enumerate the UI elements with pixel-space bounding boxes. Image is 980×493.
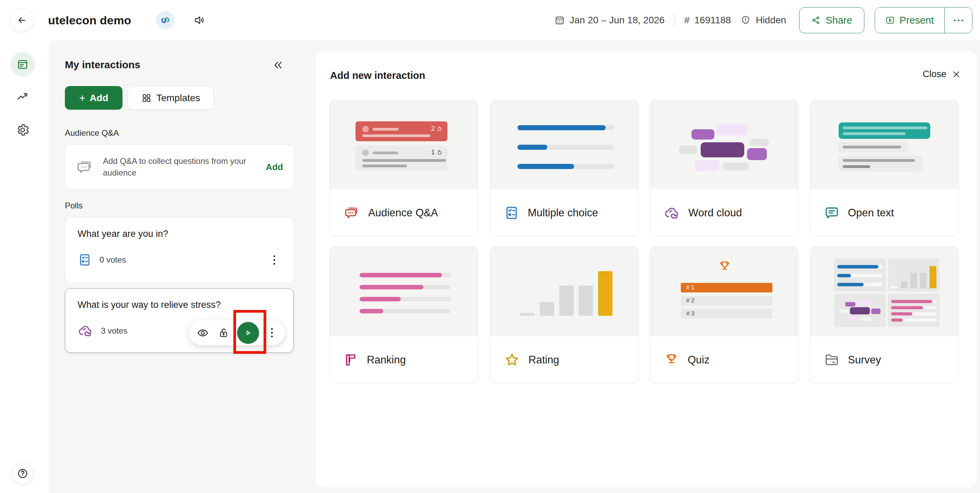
eye-icon bbox=[197, 327, 209, 339]
interaction-card-rating[interactable]: Rating bbox=[490, 247, 639, 383]
interactions-icon bbox=[16, 58, 29, 71]
qa-add-link[interactable]: Add bbox=[266, 162, 283, 173]
interaction-card-quiz[interactable]: # 1 # 2 # 3 Quiz bbox=[649, 247, 799, 383]
sidebar-item-settings[interactable] bbox=[16, 123, 30, 137]
unlock-icon bbox=[218, 327, 229, 339]
interaction-card-survey[interactable]: Survey bbox=[810, 247, 959, 383]
multiple-choice-icon bbox=[504, 205, 520, 221]
interaction-card-audience-qa[interactable]: 2 1 bbox=[329, 100, 478, 236]
interaction-card-word-cloud[interactable]: Word cloud bbox=[649, 100, 799, 236]
quiz-thumbnail: # 1 # 2 # 3 bbox=[650, 247, 798, 336]
hash-icon: # bbox=[684, 15, 690, 26]
present-button-group: Present bbox=[875, 7, 972, 33]
sidebar-item-interactions[interactable] bbox=[10, 52, 35, 77]
chat-bubbles-icon bbox=[75, 158, 94, 176]
sidebar-item-results[interactable] bbox=[16, 90, 29, 103]
help-icon bbox=[17, 468, 29, 479]
card-label: Ranking bbox=[367, 354, 406, 366]
card-label: Open text bbox=[848, 207, 894, 219]
webex-logo-icon bbox=[156, 11, 175, 30]
templates-grid-icon bbox=[142, 93, 152, 103]
open-text-icon bbox=[824, 205, 840, 221]
poll-hover-toolbar bbox=[189, 320, 285, 345]
poll-votes: 0 votes bbox=[100, 255, 126, 265]
interaction-card-multiple-choice[interactable]: Multiple choice bbox=[490, 100, 639, 236]
open-text-thumbnail bbox=[810, 100, 958, 189]
ranking-icon bbox=[344, 352, 359, 368]
qa-section-label: Audience Q&A bbox=[65, 128, 119, 138]
date-range: Jan 20 – Jun 18, 2026 bbox=[555, 15, 665, 26]
calendar-icon bbox=[555, 15, 565, 25]
topbar-right-group: Jan 20 – Jun 18, 2026 # 1691188 Hidden S… bbox=[555, 7, 972, 33]
trophy-icon bbox=[718, 260, 732, 274]
multiple-choice-icon bbox=[78, 253, 92, 267]
card-label: Survey bbox=[848, 354, 881, 366]
megaphone-icon[interactable] bbox=[194, 14, 205, 26]
close-icon bbox=[952, 70, 961, 79]
app-root: utelecon demo Jan 20 – Jun 18, 2026 # bbox=[0, 0, 980, 493]
poll-votes: 3 votes bbox=[101, 326, 127, 336]
add-interaction-panel: Add new interaction Close 2 bbox=[316, 51, 977, 487]
rating-thumbnail bbox=[490, 247, 638, 336]
poll-toolbar-menu-button[interactable] bbox=[265, 325, 278, 341]
audience-qa-icon bbox=[344, 204, 360, 221]
visibility-status: Hidden bbox=[740, 15, 786, 26]
interaction-card-ranking[interactable]: Ranking bbox=[329, 247, 478, 383]
rating-star-icon bbox=[504, 352, 520, 368]
divider bbox=[674, 12, 675, 29]
close-panel-button[interactable]: Close bbox=[923, 69, 961, 79]
share-nodes-icon bbox=[811, 16, 821, 25]
session-code: # 1691188 bbox=[684, 15, 731, 26]
audience-qa-thumbnail: 2 1 bbox=[330, 100, 478, 189]
back-button[interactable] bbox=[10, 9, 33, 32]
shield-alert-icon bbox=[740, 15, 751, 25]
help-button[interactable] bbox=[12, 463, 33, 484]
poll-play-button[interactable] bbox=[237, 322, 259, 344]
poll-card-relieve-stress[interactable]: What is your way to relieve stress? 3 vo… bbox=[65, 289, 294, 353]
poll-title: What is your way to relieve stress? bbox=[78, 300, 281, 310]
plus-icon: + bbox=[79, 93, 86, 103]
word-cloud-icon bbox=[663, 204, 680, 221]
word-cloud-icon bbox=[78, 323, 93, 339]
workspace-panel: My interactions + Add Templates Audience… bbox=[49, 40, 980, 493]
page-title: utelecon demo bbox=[48, 14, 131, 27]
card-label: Rating bbox=[528, 354, 559, 366]
top-bar: utelecon demo Jan 20 – Jun 18, 2026 # bbox=[0, 0, 980, 40]
qa-prompt-text: Add Q&A to collect questions from your a… bbox=[103, 155, 247, 179]
survey-folder-icon bbox=[824, 352, 840, 368]
poll-card-what-year[interactable]: What year are you in? 0 votes bbox=[65, 217, 294, 283]
play-icon bbox=[243, 328, 253, 338]
interactions-heading: My interactions bbox=[65, 59, 140, 71]
card-label: Multiple choice bbox=[528, 207, 598, 219]
gear-icon bbox=[16, 123, 30, 137]
quiz-trophy-icon bbox=[663, 352, 679, 368]
poll-menu-button[interactable] bbox=[267, 252, 281, 268]
poll-title: What year are you in? bbox=[78, 229, 281, 239]
survey-thumbnail bbox=[810, 247, 958, 336]
present-button[interactable]: Present bbox=[875, 8, 944, 33]
share-button[interactable]: Share bbox=[799, 7, 864, 33]
thumbs-up-icon bbox=[437, 126, 443, 132]
card-label: Audience Q&A bbox=[368, 207, 438, 219]
multiple-choice-thumbnail bbox=[490, 100, 638, 189]
panel-heading: Add new interaction bbox=[330, 70, 425, 81]
ranking-thumbnail bbox=[330, 247, 478, 336]
word-cloud-thumbnail bbox=[650, 100, 798, 189]
double-chevron-left-icon bbox=[272, 59, 284, 71]
present-play-icon bbox=[885, 16, 895, 25]
lock-button[interactable] bbox=[216, 325, 231, 341]
qa-prompt-card: Add Q&A to collect questions from your a… bbox=[65, 145, 294, 189]
back-arrow-icon bbox=[17, 15, 27, 25]
thumbs-up-icon bbox=[437, 149, 443, 155]
polls-section-label: Polls bbox=[65, 201, 83, 211]
card-label: Word cloud bbox=[688, 207, 742, 219]
preview-button[interactable] bbox=[195, 325, 210, 341]
collapse-panel-button[interactable] bbox=[271, 58, 285, 72]
trending-up-icon bbox=[16, 90, 29, 103]
add-interaction-button[interactable]: + Add bbox=[65, 86, 123, 110]
templates-button[interactable]: Templates bbox=[128, 86, 214, 110]
card-label: Quiz bbox=[688, 354, 710, 366]
more-options-button[interactable] bbox=[945, 8, 972, 33]
interaction-card-open-text[interactable]: Open text bbox=[810, 100, 959, 236]
